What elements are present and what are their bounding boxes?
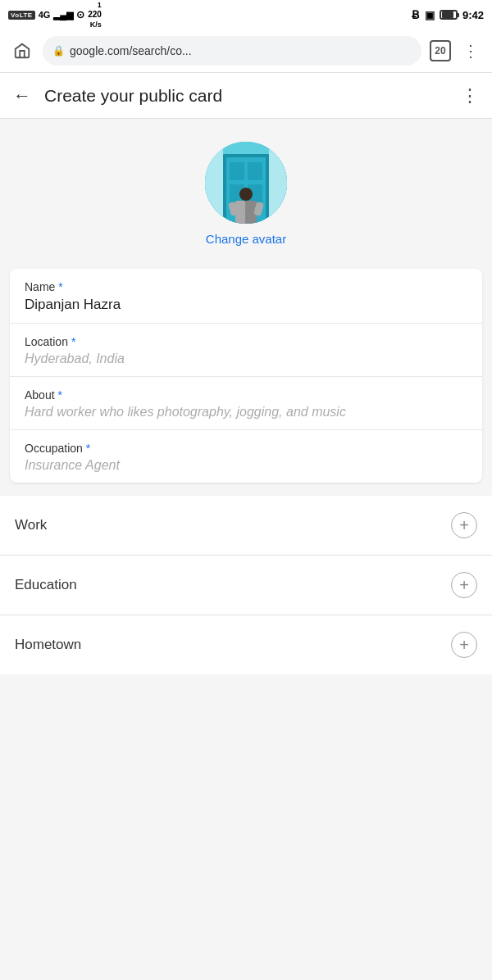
page-title: Create your public card bbox=[44, 86, 448, 106]
hometown-expand-row[interactable]: Hometown + bbox=[0, 615, 492, 674]
battery-icon bbox=[440, 10, 458, 20]
url-text: google.com/search/co... bbox=[70, 44, 192, 57]
tab-count-badge[interactable]: 20 bbox=[430, 40, 451, 61]
education-label: Education bbox=[15, 577, 77, 593]
location-placeholder: Hyderabad, India bbox=[25, 352, 467, 366]
about-required-star: * bbox=[58, 388, 62, 402]
work-expand-icon[interactable]: + bbox=[451, 512, 477, 538]
browser-chrome: 🔒 google.com/search/co... 20 ⋮ bbox=[0, 29, 492, 73]
occupation-placeholder: Insurance Agent bbox=[25, 458, 467, 473]
change-avatar-button[interactable]: Change avatar bbox=[206, 232, 286, 246]
education-expand-icon[interactable]: + bbox=[451, 572, 477, 598]
occupation-field[interactable]: Occupation * Insurance Agent bbox=[10, 430, 482, 483]
hometown-expand-icon[interactable]: + bbox=[451, 632, 477, 658]
svg-rect-5 bbox=[230, 162, 244, 180]
hometown-section: Hometown + bbox=[0, 615, 492, 674]
back-button[interactable]: ← bbox=[13, 85, 31, 107]
svg-rect-2 bbox=[269, 142, 287, 224]
status-bar: VoLTE 4G ▂▄▆ ⊙ 1 220K/s Ƀ ▣ 9:42 bbox=[0, 0, 492, 29]
signal-icon: ▂▄▆ bbox=[53, 10, 73, 20]
education-section: Education + bbox=[0, 556, 492, 615]
avatar[interactable] bbox=[205, 142, 287, 224]
vibrate-icon: ▣ bbox=[425, 9, 435, 21]
occupation-label: Occupation * bbox=[25, 442, 467, 455]
lock-icon: 🔒 bbox=[52, 45, 65, 57]
svg-rect-6 bbox=[248, 162, 262, 180]
header-menu-button[interactable]: ⋮ bbox=[461, 85, 479, 107]
work-section: Work + bbox=[0, 496, 492, 556]
bluetooth-icon: Ƀ bbox=[412, 8, 420, 21]
about-placeholder: Hard worker who likes photography, joggi… bbox=[25, 405, 467, 420]
svg-rect-1 bbox=[205, 142, 223, 224]
name-required-star: * bbox=[58, 280, 62, 293]
location-required-star: * bbox=[71, 335, 75, 348]
work-expand-row[interactable]: Work + bbox=[0, 496, 492, 555]
profile-form-card: Name * Dipanjan Hazra Location * Hyderab… bbox=[10, 269, 482, 483]
status-left: VoLTE 4G ▂▄▆ ⊙ 1 220K/s bbox=[8, 2, 102, 29]
upload-speed: 1 220K/s bbox=[88, 2, 102, 29]
about-label: About * bbox=[25, 388, 467, 402]
education-expand-row[interactable]: Education + bbox=[0, 556, 492, 615]
occupation-required-star: * bbox=[86, 442, 90, 455]
browser-menu-button[interactable]: ⋮ bbox=[459, 41, 482, 61]
expandable-sections: Work + Education + Hometown + bbox=[0, 496, 492, 674]
location-label: Location * bbox=[25, 335, 467, 348]
page-content: Change avatar Name * Dipanjan Hazra Loca… bbox=[0, 119, 492, 674]
name-label: Name * bbox=[25, 280, 467, 293]
page-header: ← Create your public card ⋮ bbox=[0, 73, 492, 119]
name-field[interactable]: Name * Dipanjan Hazra bbox=[10, 269, 482, 324]
status-right: Ƀ ▣ 9:42 bbox=[412, 8, 484, 21]
network-indicator: 4G bbox=[39, 10, 51, 20]
location-field[interactable]: Location * Hyderabad, India bbox=[10, 324, 482, 377]
avatar-section: Change avatar bbox=[0, 119, 492, 262]
about-field[interactable]: About * Hard worker who likes photograph… bbox=[10, 377, 482, 430]
volte-badge: VoLTE bbox=[8, 11, 35, 20]
svg-point-9 bbox=[239, 188, 253, 201]
time-display: 9:42 bbox=[462, 9, 484, 21]
home-button[interactable] bbox=[10, 39, 34, 63]
work-label: Work bbox=[15, 517, 47, 533]
url-bar[interactable]: 🔒 google.com/search/co... bbox=[43, 36, 421, 66]
wifi-icon: ⊙ bbox=[76, 9, 84, 20]
hometown-label: Hometown bbox=[15, 637, 81, 653]
name-value: Dipanjan Hazra bbox=[25, 297, 467, 313]
